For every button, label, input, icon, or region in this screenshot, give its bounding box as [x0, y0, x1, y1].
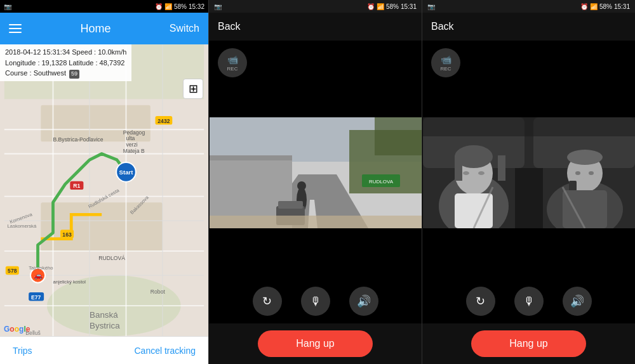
map-panel: 📷 ⏰ 📶 58% 15:32 Home Switch 2018-04-12 1…	[0, 0, 208, 364]
front-camera-panel: 📷 ⏰ 📶 58% 15:31 Back 📹 REC	[209, 0, 422, 364]
svg-text:Bakassova: Bakassova	[129, 194, 150, 215]
svg-rect-70	[455, 155, 462, 181]
interior-speaker-button[interactable]: 🔊	[563, 287, 592, 316]
speed-badge: 59	[69, 70, 79, 79]
svg-rect-26	[156, 116, 173, 124]
svg-text:Robot: Robot	[150, 289, 166, 295]
front-status-icons: ⏰ 📶 58% 15:31	[367, 3, 417, 10]
interior-wifi-icon: 📶	[590, 3, 598, 10]
interior-status-bar: 📷 ⏰ 📶 58% 15:31	[422, 0, 635, 13]
svg-rect-2	[41, 105, 150, 141]
svg-rect-24	[6, 266, 19, 275]
hamburger-menu[interactable]	[9, 24, 22, 33]
svg-text:Pedagog: Pedagog	[123, 129, 145, 136]
front-hangup-button[interactable]: Hang up	[258, 330, 373, 357]
svg-text:RUDLOVA: RUDLOVA	[368, 179, 393, 185]
interior-alarm-icon: ⏰	[580, 3, 588, 10]
cancel-tracking-link[interactable]: Cancel tracking	[135, 346, 196, 356]
interior-speaker-icon: 🔊	[570, 294, 584, 308]
svg-rect-59	[278, 201, 303, 209]
interior-rotate-button[interactable]: ↻	[466, 287, 495, 316]
trips-link[interactable]: Trips	[13, 346, 32, 356]
alarm-icon: ⏰	[155, 3, 163, 10]
front-rec-icon: 📹	[227, 55, 238, 65]
interior-back-button[interactable]: Back	[431, 21, 454, 32]
front-rec-button[interactable]: 📹 REC	[218, 48, 247, 77]
front-controls: ↻ 🎙 🔊	[209, 279, 422, 323]
switch-button[interactable]: Switch	[170, 23, 199, 34]
front-topbar: Back	[209, 13, 422, 41]
svg-point-57	[297, 181, 306, 190]
interior-rec-button[interactable]: 📹 REC	[431, 48, 460, 77]
front-rotate-icon: ↻	[262, 294, 272, 308]
svg-point-4	[47, 275, 181, 336]
svg-point-30	[30, 268, 45, 283]
svg-rect-66	[515, 168, 543, 228]
svg-text:578: 578	[8, 268, 17, 274]
svg-text:RUDLOVÁ: RUDLOVÁ	[98, 255, 125, 261]
map-area[interactable]: R1 E77 163 66 578 2432 Start 🚗 B.Bystr	[0, 44, 208, 336]
svg-text:Start: Start	[119, 169, 134, 176]
svg-point-77	[567, 150, 603, 165]
google-logo: Google	[4, 325, 30, 334]
svg-text:Laskomerská: Laskomerská	[8, 223, 37, 229]
front-rec-area: 📹 REC	[209, 41, 422, 85]
front-speaker-button[interactable]: 🔊	[349, 287, 378, 316]
info-line2: Longitude : 19,1328 Latitude : 48,7392	[5, 58, 126, 68]
map-header: Home Switch	[0, 13, 208, 44]
svg-rect-3	[41, 202, 163, 251]
interior-black-bottom	[422, 260, 635, 279]
svg-text:E77: E77	[31, 294, 41, 301]
front-rotate-button[interactable]: ↻	[253, 287, 282, 316]
svg-point-28	[116, 162, 136, 182]
svg-rect-20	[60, 230, 74, 238]
interior-time: 15:31	[614, 3, 630, 10]
front-wifi-icon: 📶	[377, 3, 384, 10]
battery-text: 58%	[174, 3, 187, 10]
svg-rect-0	[4, 44, 204, 336]
svg-rect-51	[375, 117, 422, 155]
front-black-bottom	[209, 260, 422, 279]
svg-text:Kornenova: Kornenova	[9, 211, 34, 224]
time-text: 15:32	[189, 3, 204, 10]
interior-rec-label: REC	[441, 66, 451, 72]
svg-text:2432: 2432	[157, 118, 170, 124]
front-video-feed: RUDLOVA	[209, 85, 422, 260]
front-alarm-icon: ⏰	[367, 3, 375, 10]
svg-text:Bystrica: Bystrica	[90, 322, 120, 331]
front-mute-button[interactable]: 🎙	[301, 287, 330, 316]
front-back-button[interactable]: Back	[218, 21, 241, 32]
info-line3: Course : Southwest 59	[5, 68, 126, 79]
svg-text:Mateja B: Mateja B	[123, 148, 145, 154]
status-left: 📷	[4, 3, 11, 10]
wifi-icon: 📶	[164, 3, 172, 10]
svg-rect-18	[29, 292, 44, 301]
svg-rect-16	[70, 181, 83, 190]
svg-text:B.Bystrica-Podlavice: B.Bystrica-Podlavice	[53, 136, 104, 143]
map-layer-toggle[interactable]: ⊞	[183, 79, 203, 99]
interior-battery: 58%	[599, 3, 612, 10]
interior-rotate-icon: ↻	[476, 294, 485, 308]
map-status-bar: 📷 ⏰ 📶 58% 15:32	[0, 0, 208, 13]
front-mute-icon: 🎙	[310, 295, 321, 308]
layer-icon: ⊞	[189, 82, 198, 96]
interior-hangup-button[interactable]: Hang up	[471, 330, 586, 357]
front-rec-label: REC	[227, 66, 238, 72]
camera-icon: 📷	[4, 3, 11, 10]
interior-camera-icon: 📷	[427, 3, 435, 10]
front-hangup-bar: Hang up	[209, 323, 422, 364]
interior-rec-area: 📹 REC	[422, 41, 635, 85]
interior-mute-button[interactable]: 🎙	[514, 287, 544, 316]
front-status-bar: 📷 ⏰ 📶 58% 15:31	[209, 0, 422, 13]
front-camera-icon: 📷	[214, 3, 222, 10]
front-speaker-icon: 🔊	[357, 294, 371, 308]
header-title: Home	[80, 22, 110, 36]
info-overlay: 2018-04-12 15:31:34 Speed : 10.0km/h Lon…	[0, 44, 131, 81]
svg-rect-62	[210, 216, 422, 228]
svg-text:R1: R1	[73, 183, 80, 189]
interior-topbar: Back	[422, 13, 635, 41]
interior-status-icons: ⏰ 📶 58% 15:31	[580, 3, 630, 10]
front-time: 15:31	[401, 3, 417, 10]
front-battery: 58%	[386, 3, 399, 10]
svg-point-73	[478, 171, 485, 175]
